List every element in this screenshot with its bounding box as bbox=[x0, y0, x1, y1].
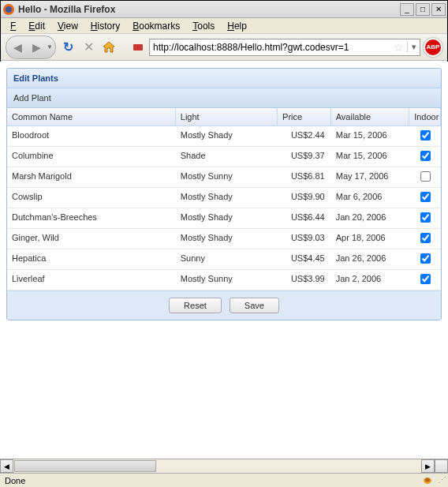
cell-price[interactable]: US$9.37 bbox=[278, 147, 331, 167]
cell-available[interactable]: Jan 20, 2006 bbox=[331, 208, 409, 228]
menu-tools[interactable]: Tools bbox=[188, 19, 219, 33]
cell-indoor[interactable] bbox=[409, 147, 441, 167]
indoor-checkbox[interactable] bbox=[420, 212, 431, 223]
menu-bookmarks[interactable]: Bookmarks bbox=[128, 19, 185, 33]
nav-buttons: ◀ ▶ ▼ bbox=[6, 36, 56, 59]
cell-indoor[interactable] bbox=[409, 229, 441, 249]
indoor-checkbox[interactable] bbox=[420, 192, 431, 202]
window-title: Hello - Mozilla Firefox bbox=[18, 4, 400, 15]
cell-indoor[interactable] bbox=[409, 249, 441, 269]
scroll-thumb[interactable] bbox=[14, 460, 156, 472]
indoor-checkbox[interactable] bbox=[420, 171, 431, 182]
table-row[interactable]: Marsh MarigoldMostly SunnyUS$6.81May 17,… bbox=[7, 167, 441, 188]
indoor-checkbox[interactable] bbox=[420, 233, 431, 243]
cell-price[interactable]: US$6.81 bbox=[278, 167, 331, 187]
cell-light[interactable]: Mostly Sunny bbox=[176, 270, 278, 290]
col-header-price[interactable]: Price bbox=[278, 108, 331, 125]
maximize-button[interactable]: □ bbox=[416, 3, 430, 16]
firebug-icon[interactable] bbox=[420, 474, 435, 487]
cell-available[interactable]: May 17, 2006 bbox=[331, 167, 409, 187]
scroll-corner bbox=[435, 459, 448, 473]
firefox-icon bbox=[2, 3, 15, 16]
cell-price[interactable]: US$6.44 bbox=[278, 208, 331, 228]
col-header-name[interactable]: Common Name bbox=[7, 108, 176, 125]
url-input[interactable] bbox=[150, 42, 390, 53]
cell-name[interactable]: Dutchman's-Breeches bbox=[7, 208, 176, 228]
panel-body: Add Plant Common Name Light Price Availa… bbox=[7, 88, 441, 320]
table-row[interactable]: HepaticaSunnyUS$4.45Jan 26, 2006 bbox=[7, 249, 441, 270]
menu-edit[interactable]: Edit bbox=[24, 19, 50, 33]
col-header-available[interactable]: Available bbox=[331, 108, 409, 125]
cell-indoor[interactable] bbox=[409, 270, 441, 290]
cell-available[interactable]: Mar 15, 2006 bbox=[331, 126, 409, 146]
menu-view[interactable]: View bbox=[53, 19, 83, 33]
cell-name[interactable]: Liverleaf bbox=[7, 270, 176, 290]
forward-button[interactable]: ▶ bbox=[27, 38, 46, 57]
bookmark-star-icon[interactable]: ☆ bbox=[390, 41, 407, 54]
table-row[interactable]: CowslipMostly ShadyUS$9.90Mar 6, 2006 bbox=[7, 188, 441, 208]
cell-available[interactable]: Apr 18, 2006 bbox=[331, 229, 409, 249]
resize-grip-icon[interactable]: ⋰ bbox=[435, 475, 448, 485]
table-row[interactable]: Ginger, WildMostly ShadyUS$9.03Apr 18, 2… bbox=[7, 229, 441, 249]
cell-light[interactable]: Sunny bbox=[176, 249, 278, 269]
menu-help[interactable]: Help bbox=[222, 19, 252, 33]
address-dropdown[interactable]: ▾ bbox=[407, 42, 420, 52]
menu-file[interactable]: F bbox=[6, 19, 21, 33]
table-row[interactable]: ColumbineShadeUS$9.37Mar 15, 2006 bbox=[7, 147, 441, 167]
cell-name[interactable]: Cowslip bbox=[7, 188, 176, 208]
window-controls: _ □ ✕ bbox=[400, 3, 446, 16]
cell-price[interactable]: US$4.45 bbox=[278, 249, 331, 269]
cell-price[interactable]: US$9.03 bbox=[278, 229, 331, 249]
indoor-checkbox[interactable] bbox=[420, 253, 431, 264]
cell-price[interactable]: US$2.44 bbox=[278, 126, 331, 146]
cell-light[interactable]: Mostly Shady bbox=[176, 208, 278, 228]
cell-name[interactable]: Columbine bbox=[7, 147, 176, 167]
cell-indoor[interactable] bbox=[409, 188, 441, 208]
cell-name[interactable]: Marsh Marigold bbox=[7, 167, 176, 187]
table-row[interactable]: Dutchman's-BreechesMostly ShadyUS$6.44Ja… bbox=[7, 208, 441, 229]
stop-button[interactable]: ✕ bbox=[80, 39, 97, 56]
nav-history-dropdown[interactable]: ▼ bbox=[46, 38, 54, 57]
col-header-indoor[interactable]: Indoor bbox=[409, 108, 441, 125]
scroll-track[interactable] bbox=[13, 459, 421, 473]
cell-indoor[interactable] bbox=[409, 167, 441, 187]
table-row[interactable]: BloodrootMostly ShadyUS$2.44Mar 15, 2006 bbox=[7, 126, 441, 147]
reset-button[interactable]: Reset bbox=[169, 298, 222, 313]
indoor-checkbox[interactable] bbox=[420, 130, 431, 140]
close-button[interactable]: ✕ bbox=[431, 3, 446, 16]
reload-button[interactable]: ↻ bbox=[59, 39, 77, 56]
back-button[interactable]: ◀ bbox=[8, 38, 27, 57]
cell-indoor[interactable] bbox=[409, 208, 441, 228]
cell-available[interactable]: Jan 2, 2006 bbox=[331, 270, 409, 290]
menu-history[interactable]: History bbox=[86, 19, 125, 33]
indoor-checkbox[interactable] bbox=[420, 151, 431, 161]
scroll-left-button[interactable]: ◀ bbox=[0, 459, 13, 473]
cell-name[interactable]: Ginger, Wild bbox=[7, 229, 176, 249]
cell-price[interactable]: US$3.99 bbox=[278, 270, 331, 290]
table-row[interactable]: LiverleafMostly SunnyUS$3.99Jan 2, 2006 bbox=[7, 270, 441, 290]
cell-light[interactable]: Mostly Shady bbox=[176, 188, 278, 208]
cell-light[interactable]: Mostly Sunny bbox=[176, 167, 278, 187]
cell-indoor[interactable] bbox=[409, 126, 441, 146]
indoor-checkbox[interactable] bbox=[420, 274, 431, 284]
menu-bar: F Edit View History Bookmarks Tools Help bbox=[1, 18, 447, 34]
save-button[interactable]: Save bbox=[230, 298, 279, 313]
cell-name[interactable]: Hepatica bbox=[7, 249, 176, 269]
home-button[interactable] bbox=[100, 39, 118, 56]
cell-light[interactable]: Shade bbox=[176, 147, 278, 167]
cell-light[interactable]: Mostly Shady bbox=[176, 126, 278, 146]
cell-available[interactable]: Jan 26, 2006 bbox=[331, 249, 409, 269]
horizontal-scrollbar[interactable]: ◀ ▶ bbox=[0, 459, 448, 473]
edit-plants-panel: Edit Plants Add Plant Common Name Light … bbox=[6, 68, 442, 320]
grid-header: Common Name Light Price Available Indoor bbox=[7, 108, 441, 126]
cell-price[interactable]: US$9.90 bbox=[278, 188, 331, 208]
add-plant-button[interactable]: Add Plant bbox=[13, 93, 51, 103]
cell-name[interactable]: Bloodroot bbox=[7, 126, 176, 146]
scroll-right-button[interactable]: ▶ bbox=[421, 459, 435, 473]
cell-light[interactable]: Mostly Shady bbox=[176, 229, 278, 249]
cell-available[interactable]: Mar 15, 2006 bbox=[331, 147, 409, 167]
col-header-light[interactable]: Light bbox=[176, 108, 278, 125]
adblock-icon[interactable]: ABP bbox=[424, 38, 442, 57]
minimize-button[interactable]: _ bbox=[400, 3, 414, 16]
cell-available[interactable]: Mar 6, 2006 bbox=[331, 188, 409, 208]
